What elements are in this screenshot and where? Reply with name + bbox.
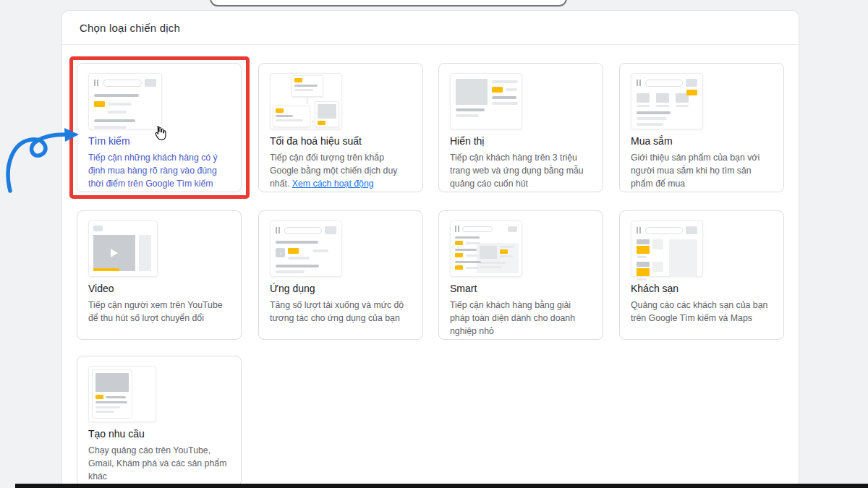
hotel-listings <box>637 239 665 281</box>
mock-search-row <box>94 79 156 87</box>
ad-badge-icon <box>94 101 105 107</box>
card-description: Quảng cáo các khách sạn của bạn trên Goo… <box>631 299 773 325</box>
text-line <box>276 119 303 121</box>
price-badge-icon <box>637 268 650 276</box>
search-button-mock <box>686 226 697 234</box>
app-thumbnail: ↓ <box>270 221 342 277</box>
image-placeholder <box>656 93 669 103</box>
text-line <box>492 102 518 105</box>
logo-mock-icon <box>455 226 459 232</box>
price-badge-icon <box>637 246 650 254</box>
connector-line <box>307 97 307 104</box>
search-input-mock <box>645 227 683 234</box>
text-line <box>312 249 328 252</box>
card-description: Tiếp cận những khách hàng có ý định mua … <box>88 152 230 190</box>
smart-thumbnail <box>450 221 522 277</box>
listing-blocks <box>637 262 650 276</box>
logo-mock-icon <box>94 80 100 86</box>
hotel-thumbnail <box>631 221 703 277</box>
card-description: Chạy quảng cáo trên YouTube, Gmail, Khám… <box>88 445 230 483</box>
panel-header: Chọn loại chiến dịch <box>62 11 799 45</box>
ad-badge-icon <box>288 248 299 254</box>
card-description: Tiếp cận khách hàng trên 3 triệu trang w… <box>450 152 592 190</box>
hotel-results-row <box>637 239 697 281</box>
card-title: Mua sắm <box>631 135 773 147</box>
ad-badge-icon <box>455 241 463 245</box>
campaign-card-display[interactable]: Hiển thị Tiếp cận khách hàng trên 3 triệ… <box>438 63 603 192</box>
feed-card-mock <box>92 369 132 419</box>
text-line <box>637 278 647 281</box>
card-title: Video <box>88 283 230 294</box>
text-line <box>94 126 127 129</box>
text-line <box>95 406 120 408</box>
campaign-card-performance-max[interactable]: Tối đa hoá hiệu suất Tiếp cận đối tượng … <box>258 63 423 192</box>
image-placeholder <box>95 373 129 392</box>
image-placeholder <box>637 93 650 103</box>
text-line <box>466 254 477 257</box>
card-description: Giới thiệu sản phẩm của bạn với người mu… <box>631 152 773 190</box>
text-line <box>492 80 518 83</box>
sidebar-placeholder <box>139 235 151 271</box>
text-line <box>637 256 647 258</box>
ad-text-block <box>288 248 310 260</box>
text-line <box>94 94 139 97</box>
progress-bar <box>93 268 119 271</box>
campaign-card-shopping[interactable]: Mua sắm Giới thiệu sản phẩm của bạn với … <box>619 63 784 192</box>
text-line <box>106 396 126 398</box>
text-line <box>95 411 114 413</box>
mock-ad-card <box>273 106 310 127</box>
player-row <box>93 235 153 271</box>
listing-blocks <box>637 239 650 254</box>
campaign-card-demand-gen[interactable]: Tạo nhu cầu Chạy quảng cáo trên YouTube,… <box>77 356 242 487</box>
ad-row <box>455 253 517 257</box>
ad-row <box>455 265 517 270</box>
text-line <box>456 114 479 117</box>
text-line <box>94 119 135 122</box>
card-title: Tối đa hoá hiệu suất <box>270 135 412 147</box>
card-description: Tiếp cận người xem trên YouTube để thu h… <box>88 299 230 325</box>
top-search-bar-partial[interactable] <box>210 0 567 7</box>
campaign-card-smart[interactable]: Smart Tiếp cận khách hàng bằng giải pháp… <box>438 210 603 340</box>
ad-row <box>94 101 156 107</box>
card-title: Ứng dụng <box>270 283 412 294</box>
map-placeholder <box>669 239 697 277</box>
search-input-mock <box>284 227 322 234</box>
text-line <box>455 249 477 251</box>
card-description: Tiếp cận khách hàng bằng giải pháp toàn … <box>450 299 592 338</box>
ad-row <box>492 87 518 93</box>
card-description: Tiếp cận đối tượng trên khắp Google bằng… <box>270 152 412 190</box>
campaign-card-search[interactable]: Tìm kiếm Tiếp cận những khách hàng có ý … <box>77 63 242 192</box>
ad-badge-icon <box>276 108 284 113</box>
text-line <box>637 105 650 107</box>
logo-mock-icon <box>637 80 642 86</box>
mock-search-row <box>637 226 697 234</box>
text-line <box>294 89 313 91</box>
learn-how-link[interactable]: Xem cách hoạt động <box>292 179 374 189</box>
card-title: Smart <box>450 283 592 294</box>
text-line <box>466 242 480 244</box>
campaign-card-hotel[interactable]: Khách sạn Quảng cáo các khách sạn của bạ… <box>619 210 784 340</box>
text-line <box>637 117 667 120</box>
text-line <box>456 108 485 111</box>
campaign-card-video[interactable]: Video Tiếp cận người xem trên YouTube để… <box>77 210 242 340</box>
text-line <box>466 267 479 269</box>
ad-badge-icon <box>294 78 302 82</box>
image-placeholder <box>318 104 336 119</box>
logo-mock-icon <box>276 227 281 234</box>
play-icon <box>111 249 118 257</box>
left-column <box>456 79 488 117</box>
text-line <box>656 105 669 107</box>
image-placeholder <box>637 262 650 267</box>
search-button-mock <box>145 79 156 87</box>
text-line <box>276 265 319 267</box>
campaign-card-app[interactable]: ↓ Ứng dụng Tăng số lượt tải xuống và mức… <box>258 210 423 340</box>
ad-badge-icon <box>686 90 697 95</box>
product-tile <box>656 93 669 107</box>
search-button-mock <box>686 79 697 87</box>
menu-mock <box>93 226 103 231</box>
text-line <box>276 270 305 273</box>
ad-row <box>455 241 517 245</box>
card-title: Tạo nhu cầu <box>88 428 230 440</box>
right-column <box>492 79 518 105</box>
text-line <box>108 103 132 106</box>
